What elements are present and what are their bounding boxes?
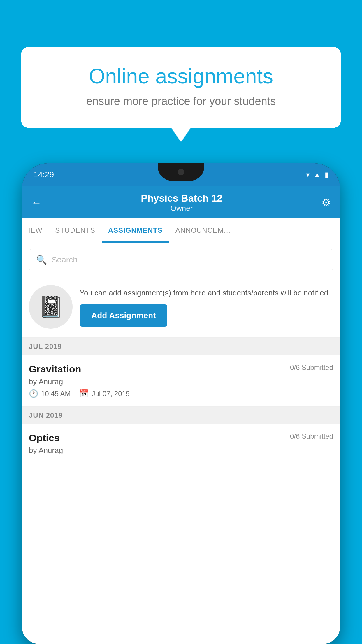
assignment-meta: 🕐 10:45 AM 📅 Jul 07, 2019 [29,389,333,398]
month-separator-jun: JUN 2019 [22,407,340,424]
phone-frame: 14:29 ▾ ▲ ▮ ← Physics Batch 12 Owner ⚙ I… [22,163,340,644]
assignment-by: by Anurag [29,377,333,386]
assignment-name-optics: Optics [29,432,60,444]
assignment-date: 📅 Jul 07, 2019 [79,389,130,398]
search-icon: 🔍 [36,255,47,265]
add-assignment-button[interactable]: Add Assignment [80,304,167,327]
assignment-submitted: 0/6 Submitted [290,363,333,372]
calendar-icon: 📅 [79,389,89,398]
phone-notch [158,163,204,181]
search-bar[interactable]: 🔍 Search [29,249,333,270]
promo-title: Online assignments [41,64,321,88]
promo-subtitle: ensure more practice for your students [41,95,321,108]
status-time: 14:29 [34,170,54,179]
status-bar: 14:29 ▾ ▲ ▮ [22,163,340,186]
assignment-time: 🕐 10:45 AM [29,389,71,398]
back-button[interactable]: ← [31,197,42,209]
assignment-item-optics[interactable]: Optics 0/6 Submitted by Anurag [22,424,340,466]
assignment-item-header: Gravitation 0/6 Submitted [29,363,333,375]
assignment-item-gravitation[interactable]: Gravitation 0/6 Submitted by Anurag 🕐 10… [22,355,340,407]
wifi-icon: ▾ [306,171,310,179]
tab-students[interactable]: STUDENTS [49,218,101,243]
promo-card: Online assignments ensure more practice … [21,47,341,128]
signal-icon: ▲ [314,171,321,179]
tab-assignments[interactable]: ASSIGNMENTS [102,218,169,243]
assignment-time-value: 10:45 AM [41,390,71,398]
assignment-info: You can add assignment(s) from here and … [80,287,333,327]
search-container: 🔍 Search [22,243,340,276]
notebook-icon: 📓 [38,295,64,319]
header-subtitle: Owner [42,204,321,213]
assignment-by-optics: by Anurag [29,446,333,455]
assignment-name: Gravitation [29,363,81,375]
header-title: Physics Batch 12 [42,192,321,204]
clock-icon: 🕐 [29,389,38,398]
header-center: Physics Batch 12 Owner [42,192,321,213]
assignment-info-text: You can add assignment(s) from here and … [80,287,333,299]
month-separator-jul: JUL 2019 [22,338,340,355]
tabs-bar: IEW STUDENTS ASSIGNMENTS ANNOUNCEM... [22,218,340,243]
add-assignment-block: 📓 You can add assignment(s) from here an… [22,276,340,338]
status-icons: ▾ ▲ ▮ [306,171,328,179]
search-placeholder: Search [52,255,78,265]
battery-icon: ▮ [325,171,328,179]
assignment-date-value: Jul 07, 2019 [92,390,130,398]
assignment-item-header-optics: Optics 0/6 Submitted [29,432,333,444]
tab-iew[interactable]: IEW [22,218,49,243]
camera-dot [178,169,184,175]
assignment-submitted-optics: 0/6 Submitted [290,432,333,440]
phone-screen: ← Physics Batch 12 Owner ⚙ IEW STUDENTS … [22,186,340,644]
assignment-icon-circle: 📓 [29,285,73,329]
settings-icon[interactable]: ⚙ [321,197,331,209]
tab-announcements[interactable]: ANNOUNCEM... [169,218,237,243]
app-header: ← Physics Batch 12 Owner ⚙ [22,186,340,218]
